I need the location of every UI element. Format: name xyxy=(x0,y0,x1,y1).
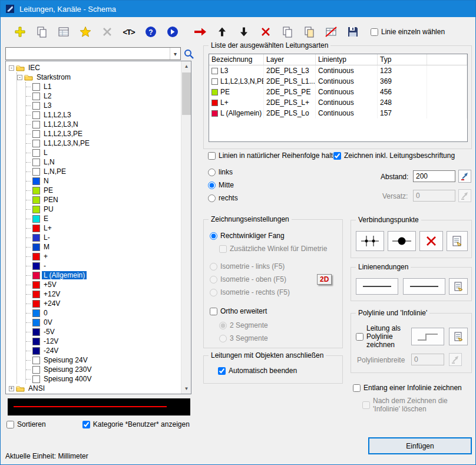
tree-item[interactable]: PE xyxy=(26,186,191,195)
tree-item[interactable]: L2 xyxy=(26,91,191,101)
copy-line-button[interactable] xyxy=(276,23,298,41)
help-button[interactable]: ? xyxy=(140,23,161,41)
ortho-checkbox-label: Ortho erweitert xyxy=(210,307,267,315)
polyline-style-button[interactable] xyxy=(411,328,444,345)
selection-list-group: Liste der ausgewählten Leitungsarten Bez… xyxy=(203,45,472,149)
tree-item[interactable]: L- xyxy=(26,233,191,242)
polyline-properties-button[interactable] xyxy=(449,328,468,345)
tree-item[interactable]: L1,L2,L3,PE xyxy=(26,129,191,138)
collapse-icon[interactable]: - xyxy=(17,75,22,80)
tree-item[interactable]: Speisung 230V xyxy=(26,365,191,374)
search-input[interactable] xyxy=(6,48,170,60)
delete-table-button[interactable] xyxy=(320,23,342,41)
align-right-radio[interactable] xyxy=(208,194,216,202)
category-checkbox[interactable] xyxy=(82,421,90,428)
column-header[interactable]: Bezeichnung xyxy=(209,54,264,65)
chevron-down-icon[interactable]: ▾ xyxy=(170,48,180,60)
tree-item[interactable]: 0V xyxy=(26,318,191,327)
copy-format-button[interactable] xyxy=(298,23,320,41)
sort-checkbox[interactable] xyxy=(6,421,14,428)
tree-item[interactable]: -12V xyxy=(26,337,191,346)
connection-dot-button[interactable] xyxy=(388,231,416,251)
tree-item[interactable]: L1 xyxy=(26,82,191,91)
draw-line-button[interactable] xyxy=(189,23,211,41)
tree-item[interactable]: L+ xyxy=(26,223,191,233)
collapse-icon[interactable]: - xyxy=(9,65,14,71)
tree-scrollbar[interactable]: ▲ ▼ xyxy=(181,61,191,394)
insert-button[interactable]: Einfügen xyxy=(368,437,472,454)
rect-snap-radio[interactable] xyxy=(210,232,217,240)
abstand-pick-button[interactable] xyxy=(458,170,471,183)
tree-item[interactable]: PU xyxy=(26,205,191,214)
table-row[interactable]: L (Allgemein) 2DE_PLS_Lo Continuous 157 xyxy=(209,108,467,118)
as-polyline-checkbox[interactable] xyxy=(356,333,363,341)
dialog-window: Leitungen, Kanäle - Schema <T> ? xyxy=(0,0,476,465)
tree-item[interactable]: M xyxy=(26,242,191,252)
table-row[interactable]: L3 2DE_PLS_L3 Continuous 123 xyxy=(209,65,467,76)
tree-item[interactable]: +5V xyxy=(26,280,191,289)
scroll-up-icon[interactable]: ▲ xyxy=(181,61,191,71)
infoline-checkbox[interactable] xyxy=(353,384,361,392)
scroll-down-icon[interactable]: ▼ xyxy=(181,384,191,394)
single-line-checkbox[interactable] xyxy=(371,28,378,36)
scrollbar-thumb[interactable] xyxy=(182,72,191,115)
tree-node-starkstrom[interactable]: - Starkstrom xyxy=(17,72,191,82)
run-button[interactable] xyxy=(161,23,183,41)
table-row[interactable]: L+ 2DE_PLS_L+ Continuous 248 xyxy=(209,97,467,108)
auto-end-checkbox[interactable] xyxy=(218,367,226,375)
connection-delete-button[interactable] xyxy=(419,231,443,251)
column-header[interactable]: Linientyp xyxy=(316,54,378,65)
tree-item[interactable]: L1,L2,L3 xyxy=(26,110,191,120)
connection-grid-button[interactable] xyxy=(356,231,384,251)
tree-item[interactable]: L1,L2,L3,N xyxy=(26,120,191,129)
search-button[interactable] xyxy=(183,48,195,60)
ortho-checkbox[interactable] xyxy=(210,308,217,315)
align-center-radio[interactable] xyxy=(208,182,216,189)
tree-item[interactable]: Speisung 400V xyxy=(26,374,191,384)
table-row[interactable]: L1,L2,L3,N,PE 2DE_PLS_L1... Continuous 3… xyxy=(209,76,467,87)
tree-item[interactable]: 0 xyxy=(26,308,191,318)
column-header[interactable]: Layer xyxy=(264,54,316,65)
tree-node-iec[interactable]: - IEC xyxy=(9,63,191,72)
line-start-style-button[interactable] xyxy=(356,278,398,295)
move-up-button[interactable] xyxy=(211,23,233,41)
tree-item[interactable]: - xyxy=(26,261,191,271)
tree-item[interactable]: L xyxy=(26,148,191,157)
tree-item[interactable]: L,N xyxy=(26,157,191,167)
tree-item[interactable]: L3 xyxy=(26,101,191,110)
table-header[interactable]: Bezeichnung Layer Linientyp Typ xyxy=(209,54,467,65)
title-bar[interactable]: Leitungen, Kanäle - Schema xyxy=(1,1,475,17)
tree-item[interactable]: L1,L2,L3,N,PE xyxy=(26,138,191,148)
tree-item[interactable]: Speisung 24V xyxy=(26,355,191,365)
align-left-radio[interactable] xyxy=(208,169,216,176)
tree-item[interactable]: -5V xyxy=(26,327,191,337)
tree-item[interactable]: +12V xyxy=(26,289,191,299)
text-tool-button[interactable]: <T> xyxy=(118,23,140,41)
line-end-style-button[interactable] xyxy=(403,278,445,295)
tree-item[interactable]: E xyxy=(26,214,191,223)
draw-labels-checkbox[interactable] xyxy=(333,152,341,160)
copy-button[interactable] xyxy=(31,23,52,41)
tree-node-ansi[interactable]: + ANSI xyxy=(9,384,191,393)
auto-end-checkbox-label: Automatisch beenden xyxy=(218,367,297,375)
abstand-input[interactable] xyxy=(413,170,455,182)
tree-item[interactable]: N xyxy=(26,176,191,186)
tree-item[interactable]: + xyxy=(26,252,191,261)
favorite-button[interactable] xyxy=(74,23,96,41)
tree-item[interactable]: L (Allgemein) xyxy=(26,271,191,280)
remove-button[interactable] xyxy=(254,23,276,41)
move-down-button[interactable] xyxy=(233,23,254,41)
add-button[interactable] xyxy=(9,23,31,41)
line-ends-properties-button[interactable] xyxy=(449,278,468,295)
column-header[interactable]: Typ xyxy=(378,54,427,65)
tree-item[interactable]: -24V xyxy=(26,346,191,355)
save-button[interactable] xyxy=(342,23,363,41)
tree-item[interactable]: L,N,PE xyxy=(26,167,191,176)
expand-icon[interactable]: + xyxy=(9,386,14,391)
table-row[interactable]: PE 2DE_PLS_PE Continuous 456 xyxy=(209,87,467,97)
list-button[interactable] xyxy=(52,23,74,41)
tree-item[interactable]: +24V xyxy=(26,299,191,308)
natural-order-checkbox[interactable] xyxy=(208,152,216,160)
connection-properties-button[interactable] xyxy=(447,231,468,251)
tree-item[interactable]: PEN xyxy=(26,195,191,205)
